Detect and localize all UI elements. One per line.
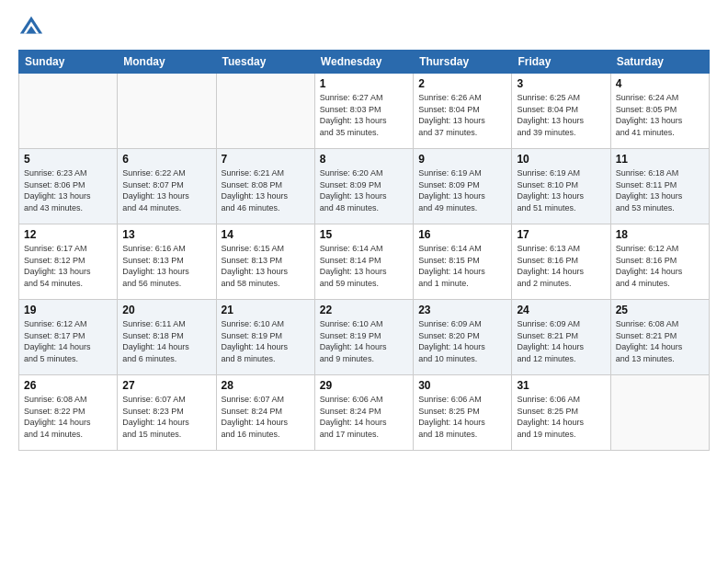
weekday-header-friday: Friday xyxy=(512,51,610,74)
day-info: Sunrise: 6:27 AM Sunset: 8:03 PM Dayligh… xyxy=(320,92,408,138)
logo xyxy=(18,15,48,40)
page: SundayMondayTuesdayWednesdayThursdayFrid… xyxy=(0,0,728,563)
day-number: 1 xyxy=(320,77,408,90)
day-number: 19 xyxy=(24,304,112,316)
weekday-header-monday: Monday xyxy=(118,51,216,74)
calendar-cell: 20Sunrise: 6:11 AM Sunset: 8:18 PM Dayli… xyxy=(118,300,216,375)
day-info: Sunrise: 6:17 AM Sunset: 8:12 PM Dayligh… xyxy=(24,243,112,289)
weekday-header-thursday: Thursday xyxy=(414,51,512,74)
day-number: 26 xyxy=(24,379,112,392)
calendar-cell: 16Sunrise: 6:14 AM Sunset: 8:15 PM Dayli… xyxy=(414,224,512,300)
calendar-cell: 1Sunrise: 6:27 AM Sunset: 8:03 PM Daylig… xyxy=(314,74,413,149)
day-info: Sunrise: 6:14 AM Sunset: 8:15 PM Dayligh… xyxy=(418,243,506,289)
day-number: 24 xyxy=(517,304,605,316)
calendar-cell: 13Sunrise: 6:16 AM Sunset: 8:13 PM Dayli… xyxy=(118,224,216,300)
weekday-header-sunday: Sunday xyxy=(19,51,118,74)
day-number: 17 xyxy=(517,228,605,241)
calendar-cell: 8Sunrise: 6:20 AM Sunset: 8:09 PM Daylig… xyxy=(314,149,413,224)
calendar-cell: 22Sunrise: 6:10 AM Sunset: 8:19 PM Dayli… xyxy=(314,300,413,375)
calendar-cell: 30Sunrise: 6:06 AM Sunset: 8:25 PM Dayli… xyxy=(414,375,512,451)
day-number: 4 xyxy=(616,77,704,90)
header xyxy=(18,15,710,40)
day-info: Sunrise: 6:24 AM Sunset: 8:05 PM Dayligh… xyxy=(616,92,704,138)
calendar-cell: 11Sunrise: 6:18 AM Sunset: 8:11 PM Dayli… xyxy=(610,149,709,224)
day-number: 18 xyxy=(616,228,704,241)
calendar-cell: 4Sunrise: 6:24 AM Sunset: 8:05 PM Daylig… xyxy=(610,74,709,149)
calendar-cell: 6Sunrise: 6:22 AM Sunset: 8:07 PM Daylig… xyxy=(118,149,216,224)
day-number: 14 xyxy=(222,228,310,241)
calendar-cell: 21Sunrise: 6:10 AM Sunset: 8:19 PM Dayli… xyxy=(216,300,314,375)
calendar-cell: 5Sunrise: 6:23 AM Sunset: 8:06 PM Daylig… xyxy=(19,149,118,224)
day-number: 11 xyxy=(616,153,704,166)
day-info: Sunrise: 6:09 AM Sunset: 8:20 PM Dayligh… xyxy=(418,318,506,364)
day-info: Sunrise: 6:22 AM Sunset: 8:07 PM Dayligh… xyxy=(122,167,210,213)
calendar-table: SundayMondayTuesdayWednesdayThursdayFrid… xyxy=(18,50,710,451)
calendar-cell: 3Sunrise: 6:25 AM Sunset: 8:04 PM Daylig… xyxy=(512,74,610,149)
day-info: Sunrise: 6:12 AM Sunset: 8:16 PM Dayligh… xyxy=(616,243,704,289)
calendar-cell: 25Sunrise: 6:08 AM Sunset: 8:21 PM Dayli… xyxy=(610,300,709,375)
day-number: 30 xyxy=(418,379,506,392)
calendar-cell xyxy=(118,74,216,149)
day-info: Sunrise: 6:12 AM Sunset: 8:17 PM Dayligh… xyxy=(24,318,112,364)
day-number: 29 xyxy=(320,379,408,392)
weekday-header-saturday: Saturday xyxy=(610,51,709,74)
calendar-cell: 12Sunrise: 6:17 AM Sunset: 8:12 PM Dayli… xyxy=(19,224,118,300)
day-info: Sunrise: 6:06 AM Sunset: 8:25 PM Dayligh… xyxy=(418,394,506,440)
day-info: Sunrise: 6:16 AM Sunset: 8:13 PM Dayligh… xyxy=(122,243,210,289)
day-info: Sunrise: 6:15 AM Sunset: 8:13 PM Dayligh… xyxy=(222,243,310,289)
day-info: Sunrise: 6:09 AM Sunset: 8:21 PM Dayligh… xyxy=(517,318,605,364)
calendar-cell: 31Sunrise: 6:06 AM Sunset: 8:25 PM Dayli… xyxy=(512,375,610,451)
day-info: Sunrise: 6:26 AM Sunset: 8:04 PM Dayligh… xyxy=(418,92,506,138)
day-info: Sunrise: 6:08 AM Sunset: 8:21 PM Dayligh… xyxy=(616,318,704,364)
day-info: Sunrise: 6:21 AM Sunset: 8:08 PM Dayligh… xyxy=(222,167,310,213)
calendar-cell: 19Sunrise: 6:12 AM Sunset: 8:17 PM Dayli… xyxy=(19,300,118,375)
calendar-cell: 28Sunrise: 6:07 AM Sunset: 8:24 PM Dayli… xyxy=(216,375,314,451)
calendar-cell: 23Sunrise: 6:09 AM Sunset: 8:20 PM Dayli… xyxy=(414,300,512,375)
day-number: 20 xyxy=(122,304,210,316)
day-number: 6 xyxy=(122,153,210,166)
calendar-week-row: 12Sunrise: 6:17 AM Sunset: 8:12 PM Dayli… xyxy=(19,224,710,300)
day-number: 22 xyxy=(320,304,408,316)
day-number: 23 xyxy=(418,304,506,316)
day-info: Sunrise: 6:07 AM Sunset: 8:23 PM Dayligh… xyxy=(122,394,210,440)
calendar-cell: 29Sunrise: 6:06 AM Sunset: 8:24 PM Dayli… xyxy=(314,375,413,451)
day-number: 21 xyxy=(222,304,310,316)
day-number: 16 xyxy=(418,228,506,241)
weekday-header-row: SundayMondayTuesdayWednesdayThursdayFrid… xyxy=(19,51,710,74)
day-number: 2 xyxy=(418,77,506,90)
day-info: Sunrise: 6:13 AM Sunset: 8:16 PM Dayligh… xyxy=(517,243,605,289)
day-number: 31 xyxy=(517,379,605,392)
day-info: Sunrise: 6:10 AM Sunset: 8:19 PM Dayligh… xyxy=(320,318,408,364)
calendar-cell: 18Sunrise: 6:12 AM Sunset: 8:16 PM Dayli… xyxy=(610,224,709,300)
day-number: 9 xyxy=(418,153,506,166)
calendar-cell: 17Sunrise: 6:13 AM Sunset: 8:16 PM Dayli… xyxy=(512,224,610,300)
day-number: 28 xyxy=(222,379,310,392)
calendar-cell: 26Sunrise: 6:08 AM Sunset: 8:22 PM Dayli… xyxy=(19,375,118,451)
calendar-cell: 2Sunrise: 6:26 AM Sunset: 8:04 PM Daylig… xyxy=(414,74,512,149)
day-info: Sunrise: 6:20 AM Sunset: 8:09 PM Dayligh… xyxy=(320,167,408,213)
day-info: Sunrise: 6:23 AM Sunset: 8:06 PM Dayligh… xyxy=(24,167,112,213)
day-number: 27 xyxy=(122,379,210,392)
day-info: Sunrise: 6:18 AM Sunset: 8:11 PM Dayligh… xyxy=(616,167,704,213)
calendar-week-row: 26Sunrise: 6:08 AM Sunset: 8:22 PM Dayli… xyxy=(19,375,710,451)
day-info: Sunrise: 6:11 AM Sunset: 8:18 PM Dayligh… xyxy=(122,318,210,364)
day-number: 25 xyxy=(616,304,704,316)
day-info: Sunrise: 6:06 AM Sunset: 8:24 PM Dayligh… xyxy=(320,394,408,440)
weekday-header-tuesday: Tuesday xyxy=(216,51,314,74)
day-number: 5 xyxy=(24,153,112,166)
day-info: Sunrise: 6:25 AM Sunset: 8:04 PM Dayligh… xyxy=(517,92,605,138)
day-info: Sunrise: 6:07 AM Sunset: 8:24 PM Dayligh… xyxy=(222,394,310,440)
calendar-cell: 15Sunrise: 6:14 AM Sunset: 8:14 PM Dayli… xyxy=(314,224,413,300)
calendar-cell: 24Sunrise: 6:09 AM Sunset: 8:21 PM Dayli… xyxy=(512,300,610,375)
calendar-cell xyxy=(19,74,118,149)
day-info: Sunrise: 6:08 AM Sunset: 8:22 PM Dayligh… xyxy=(24,394,112,440)
logo-icon xyxy=(18,15,44,40)
day-number: 7 xyxy=(222,153,310,166)
calendar-cell xyxy=(216,74,314,149)
day-number: 13 xyxy=(122,228,210,241)
calendar-cell: 7Sunrise: 6:21 AM Sunset: 8:08 PM Daylig… xyxy=(216,149,314,224)
day-info: Sunrise: 6:06 AM Sunset: 8:25 PM Dayligh… xyxy=(517,394,605,440)
day-info: Sunrise: 6:14 AM Sunset: 8:14 PM Dayligh… xyxy=(320,243,408,289)
calendar-cell xyxy=(610,375,709,451)
calendar-cell: 14Sunrise: 6:15 AM Sunset: 8:13 PM Dayli… xyxy=(216,224,314,300)
